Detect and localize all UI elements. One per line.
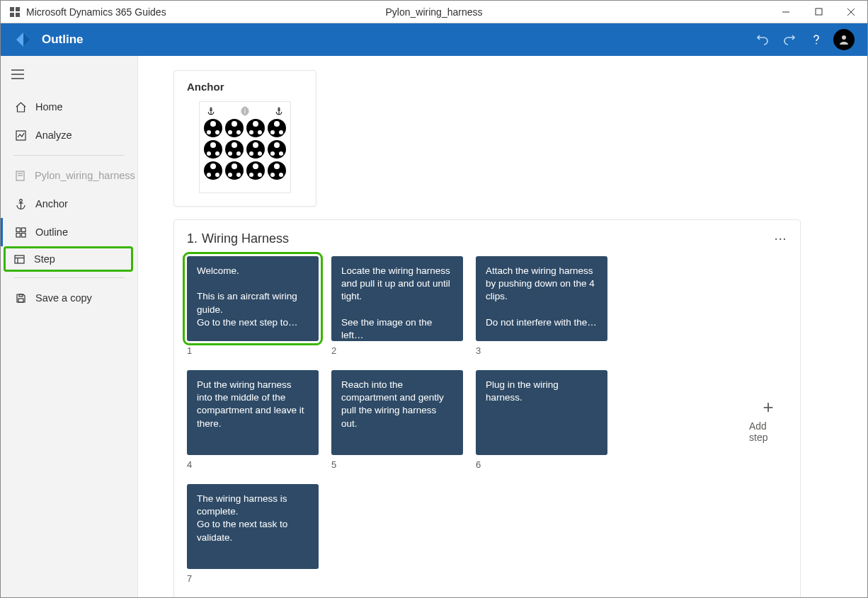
app-icon	[9, 6, 21, 18]
step-text: Locate the wiring harness and pull it up…	[341, 265, 450, 340]
anchor-icon	[14, 198, 27, 210]
ribbon-actions	[753, 29, 855, 50]
sidebar-item-label: Pylon_wiring_harness	[35, 170, 135, 181]
minimize-button[interactable]	[770, 1, 802, 23]
separator	[13, 277, 125, 278]
sidebar-item-anchor[interactable]: Anchor	[1, 190, 137, 218]
home-icon	[14, 101, 27, 113]
help-button[interactable]	[806, 30, 826, 50]
document-title: Pylon_wiring_harness	[386, 6, 483, 18]
step-item: Welcome. This is an aircraft wiring guid…	[187, 256, 319, 356]
titlebar: Microsoft Dynamics 365 Guides Pylon_wiri…	[1, 1, 867, 23]
sidebar-item-outline[interactable]: Outline	[1, 218, 137, 246]
document-icon	[14, 170, 26, 182]
step-text: Reach into the compartment and gently pu…	[341, 379, 444, 429]
svg-point-17	[19, 199, 22, 202]
step-number: 1	[187, 345, 319, 356]
svg-rect-24	[15, 255, 24, 263]
svg-rect-27	[18, 299, 23, 302]
close-button[interactable]	[835, 1, 867, 23]
svg-rect-23	[21, 233, 25, 237]
sidebar: Home Analyze Pylon_wiring_harness Anchor…	[1, 56, 138, 597]
content-area: Anchor 1. Wiring Harness ··	[138, 56, 867, 597]
step-card[interactable]: Reach into the compartment and gently pu…	[331, 370, 463, 455]
anchor-card[interactable]: Anchor	[173, 70, 316, 207]
svg-point-32	[241, 107, 249, 115]
anchor-card-label: Anchor	[187, 81, 303, 93]
add-step-label: Add step	[749, 420, 787, 443]
step-item: Locate the wiring harness and pull it up…	[331, 256, 463, 356]
sidebar-item-label: Step	[34, 253, 55, 265]
sidebar-item-label: Save a copy	[35, 292, 92, 304]
save-icon	[14, 292, 27, 304]
add-step-button[interactable]: + Add step	[749, 256, 787, 584]
svg-rect-28	[19, 294, 23, 297]
redo-button[interactable]	[780, 30, 799, 50]
step-card[interactable]: Plug in the wiring harness.	[476, 370, 607, 455]
sidebar-item-home[interactable]: Home	[1, 93, 137, 121]
app-window: Microsoft Dynamics 365 Guides Pylon_wiri…	[0, 0, 868, 598]
analyze-icon	[14, 130, 27, 142]
step-card[interactable]: The wiring harness is complete. Go to th…	[187, 484, 319, 569]
window-controls	[770, 1, 867, 23]
globe-icon	[240, 106, 250, 116]
step-number: 6	[476, 459, 607, 470]
step-item: Attach the wiring harness by pushing dow…	[476, 256, 607, 356]
svg-rect-5	[816, 8, 822, 15]
step-text: Put the wiring harness into the middle o…	[197, 379, 304, 429]
svg-rect-21	[21, 228, 25, 232]
anchor-small-icon	[275, 107, 283, 115]
sidebar-item-step[interactable]: Step	[4, 246, 133, 272]
svg-rect-3	[16, 13, 20, 17]
sidebar-item-guide-name[interactable]: Pylon_wiring_harness	[1, 161, 137, 190]
sidebar-item-label: Analyze	[35, 130, 72, 141]
step-card[interactable]: Attach the wiring harness by pushing dow…	[476, 256, 607, 341]
step-card[interactable]: Put the wiring harness into the middle o…	[187, 370, 319, 455]
main-area: Home Analyze Pylon_wiring_harness Anchor…	[1, 56, 867, 597]
step-text: Attach the wiring harness by pushing dow…	[486, 265, 597, 328]
svg-rect-1	[16, 7, 20, 11]
task-name[interactable]: Wiring Harness	[202, 231, 289, 246]
app-name: Microsoft Dynamics 365 Guides	[26, 6, 166, 18]
undo-button[interactable]	[753, 30, 772, 50]
outline-icon	[14, 226, 27, 238]
step-text: Plug in the wiring harness.	[486, 379, 559, 403]
ribbon: Outline	[1, 23, 867, 56]
svg-point-34	[278, 108, 280, 109]
step-text: Welcome. This is an aircraft wiring guid…	[197, 265, 298, 328]
svg-point-8	[816, 43, 817, 45]
anchor-thumbnail	[199, 101, 291, 193]
menu-toggle-button[interactable]	[4, 63, 32, 86]
step-number: 3	[476, 345, 607, 356]
svg-point-9	[842, 35, 846, 40]
step-text: The wiring harness is complete. Go to th…	[197, 493, 287, 543]
task-number: 1.	[187, 231, 198, 246]
separator	[13, 155, 125, 156]
svg-rect-2	[10, 13, 14, 17]
task-more-button[interactable]: ···	[775, 234, 787, 245]
step-number: 5	[331, 459, 463, 470]
sidebar-item-label: Home	[35, 101, 63, 113]
sidebar-item-save-copy[interactable]: Save a copy	[1, 284, 137, 312]
step-card[interactable]: Welcome. This is an aircraft wiring guid…	[187, 256, 319, 341]
task-header: 1. Wiring Harness ···	[187, 231, 787, 246]
step-item: The wiring harness is complete. Go to th…	[187, 484, 319, 584]
sidebar-item-label: Outline	[35, 226, 68, 238]
user-avatar[interactable]	[833, 29, 855, 50]
svg-rect-20	[16, 228, 21, 232]
maximize-button[interactable]	[802, 1, 835, 23]
svg-point-29	[210, 108, 212, 109]
step-number: 4	[187, 459, 319, 470]
step-card[interactable]: Locate the wiring harness and pull it up…	[331, 256, 463, 341]
product-logo-icon	[13, 30, 33, 50]
svg-rect-22	[16, 233, 21, 237]
step-number: 2	[331, 345, 463, 356]
task-card: 1. Wiring Harness ··· Welcome. This is a…	[173, 219, 801, 597]
step-item: Put the wiring harness into the middle o…	[187, 370, 319, 470]
svg-rect-0	[10, 7, 14, 11]
step-item: Reach into the compartment and gently pu…	[331, 370, 463, 470]
step-item: Plug in the wiring harness. 6	[476, 370, 607, 470]
step-icon	[13, 253, 25, 265]
sidebar-item-label: Anchor	[35, 198, 68, 209]
sidebar-item-analyze[interactable]: Analyze	[1, 121, 137, 149]
